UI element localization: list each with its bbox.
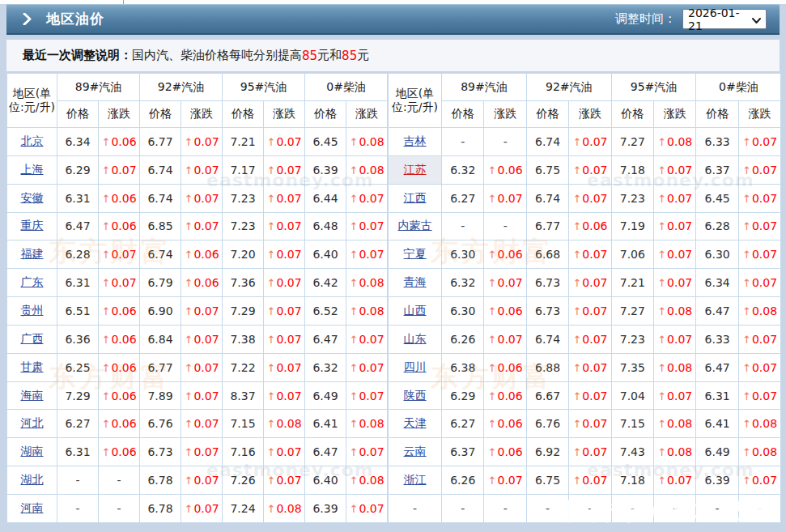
region-link[interactable]: 广东 (21, 275, 44, 288)
change-cell: ↑0.07 (264, 155, 305, 184)
change-cell: ↑0.08 (654, 438, 696, 466)
price-cell: 6.30 (442, 297, 484, 326)
change-cell: ↑0.07 (264, 466, 305, 495)
change-cell: ↑0.06 (484, 297, 526, 326)
change-cell: ↑0.07 (264, 212, 305, 240)
up-arrow-icon: ↑ (742, 164, 751, 177)
region-link[interactable]: 重庆 (21, 219, 44, 232)
region-link[interactable]: 河北 (21, 416, 44, 429)
change-cell: ↑0.07 (181, 410, 223, 438)
up-arrow-icon: ↑ (572, 220, 581, 232)
region-cell: 江苏 (389, 155, 442, 184)
price-cell: 6.41 (696, 410, 738, 438)
region-cell: 重庆 (7, 212, 57, 240)
region-link[interactable]: 贵州 (21, 304, 44, 317)
region-link[interactable]: 四川 (404, 360, 427, 373)
up-arrow-icon: ↑ (101, 305, 110, 317)
region-link[interactable]: 浙江 (404, 473, 427, 486)
price-cell: 6.73 (526, 269, 568, 297)
change-cell: ↑0.07 (654, 184, 696, 212)
change-cell: ↑0.07 (569, 438, 611, 466)
price-cell: 6.85 (140, 212, 181, 240)
table-row: 湖北--6.78↑0.077.26↑0.076.40↑0.08 (7, 466, 388, 495)
table-row: --------- (389, 494, 781, 522)
change-cell: ↑0.07 (484, 466, 526, 495)
price-cell: 6.32 (442, 269, 484, 297)
oil-price-tables: 地区(单位:元/升)89#汽油92#汽油95#汽油0#柴油价格涨跌价格涨跌价格涨… (6, 73, 780, 523)
change-cell: ↑0.07 (181, 297, 223, 326)
up-arrow-icon: ↑ (572, 136, 581, 148)
region-link[interactable]: 湖南 (21, 445, 44, 458)
up-arrow-icon: ↑ (350, 164, 359, 177)
fuel-group-header: 95#汽油 (223, 74, 305, 101)
fuel-group-header: 92#汽油 (526, 74, 611, 101)
up-arrow-icon: ↑ (488, 249, 497, 261)
region-link[interactable]: 陕西 (404, 389, 427, 402)
region-link[interactable]: 云南 (404, 445, 427, 458)
up-arrow-icon: ↑ (572, 277, 581, 289)
change-cell: ↑0.07 (738, 325, 780, 353)
region-link[interactable]: 河南 (21, 501, 44, 514)
region-link[interactable]: 山东 (404, 332, 427, 345)
up-arrow-icon: ↑ (184, 249, 193, 261)
change-cell: ↑0.07 (738, 381, 780, 410)
price-cell: 7.26 (223, 466, 264, 495)
region-link[interactable]: 江西 (404, 191, 427, 204)
region-link[interactable]: 山西 (404, 304, 427, 317)
region-link[interactable]: 甘肃 (21, 360, 44, 373)
up-arrow-icon: ↑ (350, 220, 359, 232)
region-link[interactable]: 江苏 (404, 163, 427, 176)
change-cell: ↑0.06 (99, 325, 140, 353)
region-cell: 宁夏 (389, 240, 442, 269)
region-link[interactable]: 青海 (404, 275, 427, 288)
price-cell: 7.19 (611, 212, 653, 240)
region-link[interactable]: 海南 (21, 389, 44, 402)
up-arrow-icon: ↑ (267, 446, 276, 458)
region-cell: 贵州 (7, 297, 57, 326)
price-cell: 6.74 (526, 184, 568, 212)
change-cell: ↑0.07 (181, 212, 223, 240)
region-cell: - (389, 494, 442, 522)
region-link[interactable]: 广西 (21, 332, 44, 345)
region-link[interactable]: 天津 (404, 416, 427, 429)
date-select[interactable]: 2026-01-21 (682, 9, 767, 29)
up-arrow-icon: ↑ (267, 475, 276, 487)
region-link[interactable]: 北京 (21, 134, 44, 147)
price-cell: 6.26 (442, 325, 484, 353)
up-arrow-icon: ↑ (267, 249, 276, 261)
up-arrow-icon: ↑ (267, 418, 276, 430)
region-cell: 海南 (7, 381, 57, 410)
region-link[interactable]: 上海 (21, 163, 44, 176)
up-arrow-icon: ↑ (350, 334, 359, 346)
change-cell: ↑0.07 (654, 325, 696, 353)
price-cell: 7.24 (223, 494, 264, 522)
region-link[interactable]: 福建 (21, 247, 44, 260)
change-cell: ↑0.07 (484, 325, 526, 353)
price-cell: 7.21 (611, 269, 653, 297)
change-cell: ↑0.06 (484, 381, 526, 410)
price-cell: 6.32 (305, 353, 346, 381)
region-link[interactable]: 安徽 (21, 191, 44, 204)
change-cell: ↑0.08 (738, 410, 780, 438)
price-cell: 6.37 (696, 155, 738, 184)
up-arrow-icon: ↑ (657, 220, 666, 232)
up-arrow-icon: ↑ (350, 418, 359, 430)
price-cell: 6.28 (57, 240, 99, 269)
change-cell: ↑0.06 (99, 184, 140, 212)
change-cell: ↑0.08 (264, 494, 305, 522)
change-cell: ↑0.07 (484, 184, 526, 212)
up-arrow-icon: ↑ (350, 193, 359, 205)
region-link[interactable]: 吉林 (404, 134, 427, 147)
region-link[interactable]: 湖北 (21, 473, 44, 486)
up-arrow-icon: ↑ (488, 390, 497, 402)
price-subheader: 价格 (442, 101, 484, 128)
change-cell: ↑0.07 (99, 155, 140, 184)
region-link[interactable]: 内蒙古 (398, 219, 432, 232)
up-arrow-icon: ↑ (101, 362, 110, 374)
table-row: 安徽6.31↑0.066.74↑0.077.23↑0.076.44↑0.07 (7, 184, 388, 212)
region-column-header: 地区(单位:元/升) (389, 74, 442, 128)
table-row: 陕西6.29↑0.066.67↑0.077.04↑0.076.31↑0.07 (389, 381, 781, 410)
region-link[interactable]: 宁夏 (404, 247, 427, 260)
change-cell: ↑0.07 (346, 438, 388, 466)
change-cell: ↑0.06 (484, 353, 526, 381)
